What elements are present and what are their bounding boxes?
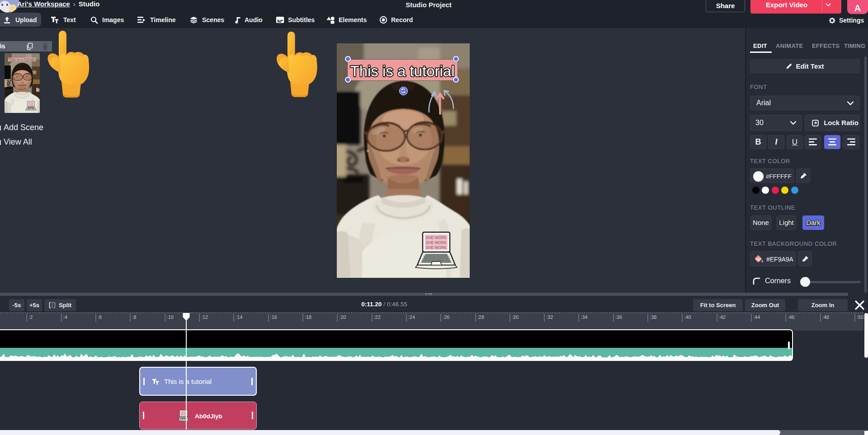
- svg-text:This is a tutorial: This is a tutorial: [9, 58, 36, 62]
- svg-text:This is a tutorial: This is a tutorial: [350, 63, 455, 80]
